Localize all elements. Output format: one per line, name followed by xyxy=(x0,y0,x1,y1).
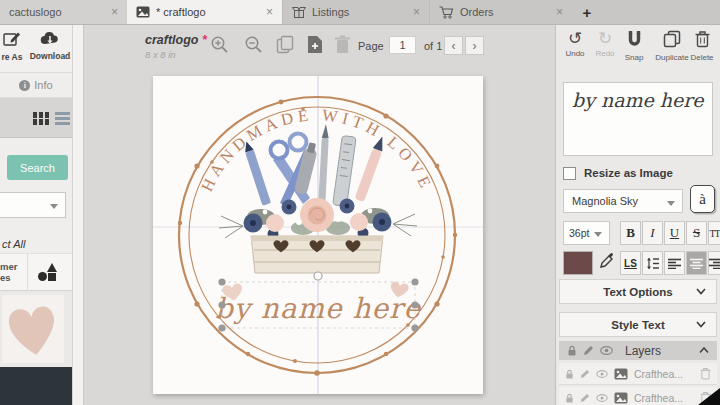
download-cloud-icon xyxy=(40,31,60,46)
font-size-dropdown[interactable]: 36pt xyxy=(563,221,610,245)
resize-checkbox[interactable] xyxy=(563,167,576,180)
chevron-down-icon xyxy=(667,201,675,206)
eyedropper-button[interactable] xyxy=(599,253,615,273)
align-center-button[interactable] xyxy=(686,251,707,275)
trash-icon[interactable] xyxy=(700,367,711,380)
list-view-icon[interactable] xyxy=(55,112,70,125)
select-all-label[interactable]: ct All xyxy=(2,238,25,250)
download-button[interactable]: Download xyxy=(28,31,72,61)
chevron-up-icon xyxy=(699,347,709,354)
corner-overlay xyxy=(698,388,720,405)
save-as-icon xyxy=(3,31,21,47)
lock-icon[interactable] xyxy=(565,369,574,379)
eye-icon[interactable] xyxy=(596,394,608,402)
grid-view-icon[interactable] xyxy=(33,112,49,125)
italic-button[interactable]: I xyxy=(642,221,663,245)
asset-thumbnails xyxy=(0,291,72,367)
layer-row[interactable]: Crafthea... xyxy=(559,387,717,405)
tab-cactuslogo[interactable]: cactuslogo × xyxy=(0,0,127,24)
prev-page-button[interactable]: ‹ xyxy=(444,36,463,55)
strikethrough-button[interactable]: S xyxy=(686,221,707,245)
page-total: of 1 xyxy=(424,40,442,52)
download-label: Download xyxy=(28,51,72,61)
lock-icon[interactable] xyxy=(565,393,574,403)
align-left-button[interactable] xyxy=(664,251,685,275)
undo-button[interactable]: ↺ Undo xyxy=(561,30,589,58)
layer-row[interactable]: Crafthea... xyxy=(559,363,717,385)
category-tab-label[interactable]: mer es xyxy=(0,261,24,283)
next-page-button[interactable]: › xyxy=(465,36,484,55)
heart-asset-thumbnail[interactable] xyxy=(2,295,64,363)
snap-button[interactable]: Snap xyxy=(619,30,649,62)
tab-listings[interactable]: Listings × xyxy=(282,0,429,24)
right-panel: ↺ Undo ↻ Redo Snap Duplicate Delete by n… xyxy=(555,25,720,405)
page-label: Page xyxy=(358,40,384,52)
close-icon[interactable]: × xyxy=(256,5,273,19)
page-number-input[interactable] xyxy=(389,36,416,54)
chevron-down-icon xyxy=(50,204,58,209)
trash-icon xyxy=(695,30,710,48)
close-icon[interactable]: × xyxy=(546,5,563,19)
magnet-icon xyxy=(626,30,643,48)
undo-icon: ↺ xyxy=(561,30,589,48)
style-text-accordion[interactable]: Style Text xyxy=(559,312,717,337)
canvas-toolbar: craftlogo * 8 x 8 in Page of 1 ‹ › xyxy=(84,25,555,70)
align-right-button[interactable] xyxy=(708,251,720,275)
script-name-text[interactable]: by name here xyxy=(215,292,421,325)
eye-icon[interactable] xyxy=(600,346,613,355)
info-button[interactable]: i Info xyxy=(0,73,72,98)
underline-button[interactable]: U xyxy=(664,221,685,245)
delete-page-icon[interactable] xyxy=(334,35,351,54)
bold-button[interactable]: B xyxy=(620,221,641,245)
add-page-icon[interactable] xyxy=(306,35,324,54)
sidebar-footer xyxy=(0,367,72,405)
shapes-tab-icon[interactable] xyxy=(38,263,60,283)
pencil-icon[interactable] xyxy=(580,393,590,403)
zoom-out-icon[interactable] xyxy=(244,35,263,54)
unsaved-indicator: * xyxy=(202,33,207,47)
redo-icon: ↻ xyxy=(591,30,619,48)
font-family-dropdown[interactable]: Magnolia Sky xyxy=(563,189,683,213)
line-spacing-button[interactable] xyxy=(642,251,663,275)
pencil-icon[interactable] xyxy=(580,369,590,379)
zoom-in-icon[interactable] xyxy=(210,35,229,54)
text-color-swatch[interactable] xyxy=(563,251,593,275)
tab-label: Listings xyxy=(312,6,349,18)
eye-icon[interactable] xyxy=(596,370,608,378)
design-canvas[interactable]: HANDMADE WITH LOVE xyxy=(153,76,483,394)
text-options-accordion[interactable]: Text Options xyxy=(559,279,717,304)
rotate-handle[interactable] xyxy=(314,272,322,280)
pencil-icon[interactable] xyxy=(583,345,594,356)
lock-icon[interactable] xyxy=(567,345,577,356)
resize-as-image-row: Resize as Image xyxy=(563,166,673,180)
search-button[interactable]: Search xyxy=(7,155,68,180)
filter-dropdown[interactable] xyxy=(0,192,66,218)
chevron-down-icon xyxy=(594,232,602,237)
copy-page-icon[interactable] xyxy=(276,35,295,54)
line-spacing-icon xyxy=(646,257,660,270)
eyedropper-icon xyxy=(599,253,615,269)
layers-header[interactable]: Layers xyxy=(559,341,717,360)
layer-name: Crafthea... xyxy=(634,392,694,404)
tab-label: Orders xyxy=(460,6,494,18)
tab-label: cactuslogo xyxy=(9,6,62,18)
tab-orders[interactable]: Orders × xyxy=(429,0,572,24)
align-right-icon xyxy=(709,258,720,269)
text-content-input[interactable]: by name here xyxy=(563,82,713,156)
close-icon[interactable]: × xyxy=(403,5,420,19)
letter-spacing-button[interactable]: LS xyxy=(620,251,641,275)
info-label: Info xyxy=(34,79,52,91)
sidebar-scrollbar[interactable] xyxy=(72,25,84,405)
tab-craftlogo[interactable]: * craftlogo × xyxy=(127,0,282,24)
document-title: craftlogo * xyxy=(145,33,207,47)
align-left-icon xyxy=(668,258,681,269)
document-size: 8 x 8 in xyxy=(145,49,176,60)
special-character-button[interactable]: à xyxy=(690,185,715,213)
app-window: cactuslogo × * craftlogo × Listings × Or… xyxy=(0,0,720,405)
close-icon[interactable]: × xyxy=(101,5,118,19)
redo-button[interactable]: ↻ Redo xyxy=(591,30,619,58)
new-tab-button[interactable]: + xyxy=(572,0,602,24)
delete-button[interactable]: Delete xyxy=(686,30,718,62)
caps-button[interactable]: TT xyxy=(708,221,720,245)
image-icon xyxy=(136,6,150,18)
